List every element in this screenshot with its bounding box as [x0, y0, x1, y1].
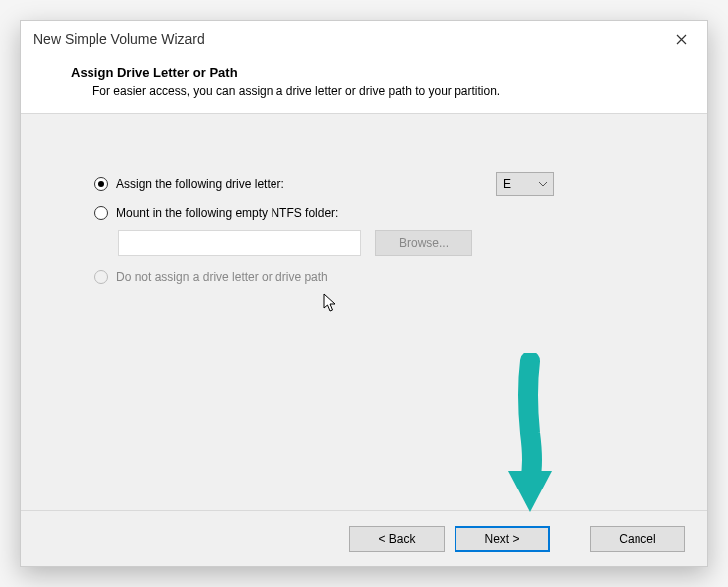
- next-button[interactable]: Next >: [455, 526, 550, 552]
- wizard-header: Assign Drive Letter or Path For easier a…: [21, 57, 707, 114]
- window-title: New Simple Volume Wizard: [33, 31, 667, 47]
- option-none-row: Do not assign a drive letter or drive pa…: [94, 270, 663, 284]
- annotation-arrow-icon: [500, 353, 560, 525]
- drive-letter-value: E: [503, 177, 539, 191]
- mount-path-row: Browse...: [118, 230, 663, 256]
- mouse-cursor-icon: [323, 294, 341, 318]
- radio-mount-icon[interactable]: [94, 206, 108, 220]
- cancel-button[interactable]: Cancel: [590, 526, 685, 552]
- wizard-dialog: New Simple Volume Wizard Assign Drive Le…: [20, 20, 708, 567]
- option-assign-row[interactable]: Assign the following drive letter: E: [94, 172, 663, 196]
- page-subtext: For easier access, you can assign a driv…: [92, 84, 683, 98]
- wizard-footer: < Back Next > Cancel: [21, 510, 707, 566]
- mount-path-input[interactable]: [118, 230, 361, 256]
- radio-assign-icon[interactable]: [94, 177, 108, 191]
- drive-letter-select[interactable]: E: [496, 172, 554, 196]
- option-mount-row[interactable]: Mount in the following empty NTFS folder…: [94, 206, 663, 220]
- close-icon[interactable]: [667, 25, 695, 53]
- titlebar: New Simple Volume Wizard: [21, 21, 707, 57]
- option-none-label: Do not assign a drive letter or drive pa…: [116, 270, 328, 284]
- chevron-down-icon: [539, 179, 547, 189]
- back-button[interactable]: < Back: [349, 526, 445, 552]
- option-assign-label: Assign the following drive letter:: [116, 177, 284, 191]
- page-heading: Assign Drive Letter or Path: [71, 65, 683, 80]
- wizard-content: Assign the following drive letter: E Mou…: [21, 114, 707, 510]
- browse-button: Browse...: [375, 230, 472, 256]
- radio-none-icon: [94, 270, 108, 284]
- option-mount-label: Mount in the following empty NTFS folder…: [116, 206, 338, 220]
